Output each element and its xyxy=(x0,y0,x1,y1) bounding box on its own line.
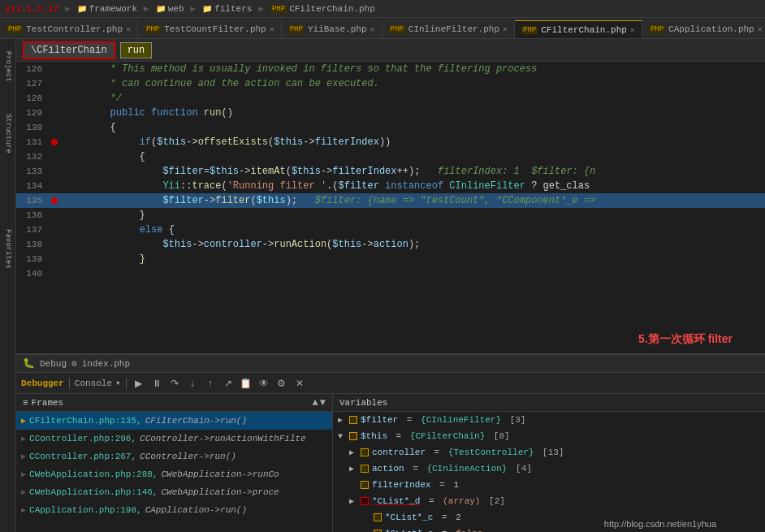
console-arrow[interactable]: ▾ xyxy=(115,378,121,388)
sidebar-icon-project[interactable]: Project xyxy=(1,42,15,91)
breadcrumb-file[interactable]: PHP CFilterChain.php xyxy=(270,4,375,14)
method-search-box[interactable]: run xyxy=(120,42,153,58)
frames-nav: ▲ ▼ xyxy=(313,397,326,409)
frame-item-2[interactable]: ▶ CController.php:267, CController->run(… xyxy=(16,448,332,465)
folder-icon-2: 📁 xyxy=(156,4,166,14)
var-filterindex[interactable]: ▶ filterIndex = 1 xyxy=(333,477,765,493)
frame-icon-2: ▶ xyxy=(21,452,26,461)
code-line-135: 135 $filter->filter($this); $filter: {na… xyxy=(16,193,765,208)
folder-icon: 📁 xyxy=(77,4,87,14)
debugger-tab[interactable]: Debugger xyxy=(21,378,64,388)
var-type-icon-controller xyxy=(361,448,369,456)
watch-btn[interactable]: 👁 xyxy=(257,376,271,391)
frame-file-5: CApplication.php:198, xyxy=(29,505,142,515)
close-debug-btn[interactable]: ✕ xyxy=(292,376,307,391)
breadcrumb-filters[interactable]: 📁 filters xyxy=(202,4,252,14)
variables-panel: Variables ▶ $filter = {CInlineFilter} [3… xyxy=(333,394,765,532)
expand-icon-this[interactable]: ▼ xyxy=(338,432,346,441)
var-eq-filter: = xyxy=(401,415,417,425)
breadcrumb-web[interactable]: 📁 web xyxy=(156,4,184,14)
var-extra-clist-d: [2] xyxy=(483,496,504,506)
var-extra-this: [8] xyxy=(488,431,509,441)
evaluate-btn[interactable]: 📋 xyxy=(239,376,253,391)
breadcrumb-framework[interactable]: 📁 framework xyxy=(77,4,137,14)
expand-icon-controller[interactable]: ▶ xyxy=(349,448,357,457)
tab-capplication[interactable]: PHP CApplication.php ✕ xyxy=(642,20,765,38)
variable-list: ▶ $filter = {CInlineFilter} [3] ▼ $this xyxy=(333,412,765,532)
breakpoint-135[interactable] xyxy=(51,197,58,204)
sidebar-left: Project Structure Favorites xyxy=(0,39,16,532)
code-lines: 126 * This method is usually invoked in … xyxy=(16,62,765,281)
frame-item-3[interactable]: ▶ CWebApplication.php:288, CWebApplicati… xyxy=(16,465,332,483)
close-tab-icon-6[interactable]: ✕ xyxy=(758,24,763,34)
settings-btn[interactable]: ⚙ xyxy=(274,376,289,391)
expand-icon-action[interactable]: ▶ xyxy=(349,464,357,474)
frame-icon-4: ▶ xyxy=(21,487,26,497)
file-tabs: PHP TestController.php ✕ PHP TestCountFi… xyxy=(0,18,765,39)
folder-icon-3: 📁 xyxy=(202,4,212,14)
var-eq-clist-e: = xyxy=(436,529,452,532)
code-line-130: 130 { xyxy=(16,120,765,135)
close-tab-icon-3[interactable]: ✕ xyxy=(370,24,375,34)
var-name-clist-d: *CList*_d xyxy=(372,496,420,506)
close-tab-icon[interactable]: ✕ xyxy=(126,24,131,34)
step-into-btn[interactable]: ↓ xyxy=(185,376,200,391)
breakpoint-131[interactable] xyxy=(51,139,58,145)
tab-testcontroller[interactable]: PHP TestController.php ✕ xyxy=(0,20,138,38)
var-name-controller: controller xyxy=(372,448,426,457)
frame-method-3: CWebApplication->runCo xyxy=(161,469,279,479)
frame-method-0: CFilterChain->run() xyxy=(145,416,247,426)
sidebar-icon-favorites[interactable]: Favorites xyxy=(1,224,15,273)
frame-method-5: CApplication->run() xyxy=(145,505,247,515)
class-search-box[interactable]: \CFilterChain xyxy=(23,41,115,59)
var-value-filterindex: 1 xyxy=(453,480,459,490)
frame-icon-3: ▶ xyxy=(21,469,26,479)
console-tab[interactable]: Console xyxy=(75,378,112,388)
step-over-btn[interactable]: ↷ xyxy=(167,376,182,391)
var-value-action: {CInlineAction} xyxy=(426,464,507,474)
frame-item-0[interactable]: ▶ CFilterChain.php:135, CFilterChain->ru… xyxy=(16,412,332,430)
breadcrumb-sep-3: ▶ xyxy=(191,3,197,14)
code-line-133: 133 $filter=$this->itemAt($this->filterI… xyxy=(16,164,765,179)
frame-item-4[interactable]: ▶ CWebApplication.php:146, CWebApplicati… xyxy=(16,483,332,501)
var-eq-clist-c: = xyxy=(436,513,452,522)
tab-yiibase[interactable]: PHP YiiBase.php ✕ xyxy=(282,20,382,38)
expand-icon-filter[interactable]: ▶ xyxy=(338,415,346,425)
resume-btn[interactable]: ▶ xyxy=(132,376,146,391)
variables-header: Variables xyxy=(333,394,765,412)
php-tab-icon-5: PHP xyxy=(521,26,538,34)
var-eq-clist-d: = xyxy=(423,496,439,506)
var-type-icon-this xyxy=(349,432,357,440)
sidebar-icon-structure[interactable]: Structure xyxy=(1,109,15,158)
code-line-129: 129 public function run() xyxy=(16,106,765,120)
var-controller[interactable]: ▶ controller = {TestController} [13] xyxy=(333,444,765,461)
tab-cfilterchain[interactable]: PHP CFilterChain.php ✕ xyxy=(515,20,642,38)
close-tab-icon-4[interactable]: ✕ xyxy=(503,24,508,34)
close-tab-icon-2[interactable]: ✕ xyxy=(270,24,274,34)
php-tab-icon: PHP xyxy=(6,25,23,33)
tab-cinlinefilter[interactable]: PHP CInlineFilter.php ✕ xyxy=(382,20,515,38)
close-tab-icon-5[interactable]: ✕ xyxy=(630,25,635,35)
debug-toolbar: Debugger Console ▾ ▶ ⏸ ↷ ↓ ↑ ↗ 📋 👁 ⚙ ✕ xyxy=(16,373,765,394)
expand-icon-clist-d[interactable]: ▶ xyxy=(349,496,357,506)
frames-up-btn[interactable]: ▲ xyxy=(313,397,318,409)
var-this[interactable]: ▼ $this = {CFilterChain} [8] xyxy=(333,428,765,444)
var-filter[interactable]: ▶ $filter = {CInlineFilter} [3] xyxy=(333,412,765,428)
var-eq-action: = xyxy=(408,464,424,474)
var-clist-d[interactable]: ▶ *CList*_d = (array) [2] xyxy=(333,493,765,509)
var-eq-filterindex: = xyxy=(434,480,451,490)
pause-btn[interactable]: ⏸ xyxy=(149,376,164,391)
var-value-this: {CFilterChain} xyxy=(410,431,485,441)
frames-down-btn[interactable]: ▼ xyxy=(320,397,326,409)
frame-file-3: CWebApplication.php:288, xyxy=(29,469,158,479)
run-to-cursor-btn[interactable]: ↗ xyxy=(221,376,236,391)
frame-item-5[interactable]: ▶ CApplication.php:198, CApplication->ru… xyxy=(16,501,332,519)
tab-testcountfilter[interactable]: PHP TestCountFilter.php ✕ xyxy=(138,20,282,38)
step-out-btn[interactable]: ↑ xyxy=(203,376,218,391)
variables-label: Variables xyxy=(339,398,387,408)
var-action[interactable]: ▶ action = {CInlineAction} [4] xyxy=(333,461,765,477)
frame-item-1[interactable]: ▶ CController.php:296, CController->runA… xyxy=(16,430,332,448)
code-line-137: 137 else { xyxy=(16,223,765,237)
frames-icon: ≡ xyxy=(23,398,28,408)
frames-header: ≡ Frames ▲ ▼ xyxy=(16,394,332,412)
